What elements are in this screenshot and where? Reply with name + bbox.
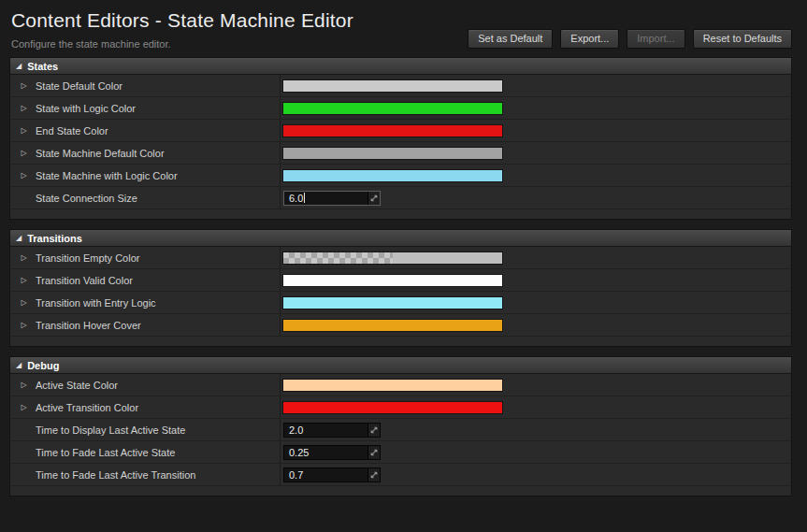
page-subtitle: Configure the state machine editor. — [11, 38, 353, 50]
section-expanded-icon: ◢ — [16, 362, 22, 369]
color-swatch-solid-half — [393, 103, 502, 114]
color-swatch-solid-half — [393, 402, 502, 413]
section-expanded-icon: ◢ — [16, 235, 22, 242]
reset-to-defaults-button[interactable]: Reset to Defaults — [693, 29, 792, 49]
color-overlay — [283, 380, 393, 391]
expander-arrow-icon[interactable]: ▷ — [19, 81, 29, 90]
color-swatch[interactable] — [283, 275, 502, 286]
text-cursor — [304, 193, 305, 203]
color-swatch-alpha-half — [283, 103, 393, 114]
color-swatch[interactable] — [283, 320, 502, 331]
property-row[interactable]: ▷ Active Transition Color — [10, 396, 791, 419]
number-input[interactable]: 6.0 — [283, 191, 381, 206]
color-overlay — [283, 320, 393, 331]
property-value-cell — [281, 247, 791, 268]
expander-arrow-icon[interactable]: ▷ — [19, 381, 29, 389]
property-row[interactable]: ▷ End State Color — [10, 120, 791, 142]
spinbox-drag-icon[interactable] — [367, 468, 380, 482]
expander-arrow-icon[interactable]: ▷ — [19, 126, 29, 135]
expander-arrow-icon[interactable]: ▷ — [19, 104, 29, 112]
settings-header: Content Editors - State Machine Editor C… — [0, 0, 807, 57]
color-swatch[interactable] — [283, 103, 502, 114]
property-value-cell: 0.7 — [281, 464, 791, 485]
property-label: Transition with Entry Logic — [36, 297, 156, 309]
color-swatch[interactable] — [283, 252, 502, 264]
property-label: State with Logic Color — [36, 103, 136, 114]
color-overlay — [283, 297, 393, 309]
property-value-cell — [281, 97, 791, 119]
color-swatch-solid-half — [393, 275, 502, 286]
section-title: Debug — [27, 360, 59, 371]
property-label: Time to Fade Last Active State — [36, 447, 175, 458]
expander-arrow-icon[interactable]: ▷ — [19, 276, 29, 284]
section-body-states: ▷ State Default Color ▷ State with Logic… — [10, 75, 791, 219]
color-swatch-alpha-half — [283, 402, 393, 413]
property-row[interactable]: ▷ State Default Color — [10, 75, 791, 97]
color-swatch-alpha-half — [283, 320, 393, 331]
color-swatch[interactable] — [283, 125, 502, 137]
color-swatch-alpha-half — [283, 275, 393, 286]
number-input[interactable]: 0.25 — [283, 445, 381, 460]
spinbox-drag-icon[interactable] — [367, 192, 380, 205]
property-row[interactable]: Time to Fade Last Active State 0.25 — [10, 441, 791, 464]
property-label-cell: ▷ State Default Color — [10, 75, 281, 96]
number-input-value: 6.0 — [284, 192, 304, 205]
property-row[interactable]: ▷ State with Logic Color — [10, 97, 791, 120]
section-header-debug[interactable]: ◢ Debug — [10, 357, 791, 374]
color-swatch[interactable] — [283, 80, 502, 92]
color-swatch-alpha-half — [283, 125, 393, 137]
export-button[interactable]: Export... — [560, 29, 619, 49]
spinbox-drag-icon[interactable] — [367, 424, 380, 437]
property-row[interactable]: ▷ Transition Hover Cover — [10, 314, 791, 337]
expander-arrow-icon[interactable]: ▷ — [19, 298, 29, 307]
property-row[interactable]: State Connection Size 6.0 — [10, 187, 791, 209]
property-value-cell — [281, 120, 791, 141]
spinbox-drag-icon[interactable] — [367, 446, 380, 459]
color-overlay — [283, 275, 393, 286]
color-overlay — [283, 170, 393, 181]
property-row[interactable]: ▷ Transition with Entry Logic — [10, 292, 791, 314]
color-swatch[interactable] — [283, 170, 502, 181]
property-row[interactable]: ▷ Active State Color — [10, 374, 791, 396]
property-label-cell: ▷ Transition Valid Color — [10, 269, 281, 291]
expander-arrow-icon[interactable]: ▷ — [19, 403, 29, 411]
property-row[interactable]: ▷ Transition Empty Color — [10, 247, 791, 269]
color-swatch-solid-half — [393, 252, 502, 264]
property-row[interactable]: ▷ State Machine with Logic Color — [10, 165, 791, 187]
expander-arrow-icon[interactable]: ▷ — [19, 171, 29, 180]
property-label-cell: ▷ Active State Color — [10, 374, 281, 395]
property-label-cell: ▷ State Machine with Logic Color — [10, 165, 281, 186]
color-swatch[interactable] — [283, 380, 502, 391]
color-swatch[interactable] — [283, 148, 502, 159]
property-row[interactable]: ▷ State Machine Default Color — [10, 142, 791, 165]
number-input[interactable]: 2.0 — [283, 423, 381, 438]
property-label: Transition Valid Color — [36, 275, 133, 286]
color-swatch-alpha-half — [283, 170, 393, 181]
expander-arrow-icon[interactable]: ▷ — [19, 253, 29, 262]
section-header-transitions[interactable]: ◢ Transitions — [10, 230, 791, 247]
import-button[interactable]: Import... — [627, 29, 685, 49]
property-label: State Connection Size — [36, 193, 137, 204]
page-title: Content Editors - State Machine Editor — [11, 9, 353, 32]
property-value-cell: 2.0 — [281, 419, 791, 440]
property-row[interactable]: Time to Fade Last Active Transition 0.7 — [10, 464, 791, 486]
property-row[interactable]: Time to Display Last Active State 2.0 — [10, 419, 791, 441]
property-label-cell: ▷ State Machine Default Color — [10, 142, 281, 164]
color-swatch-alpha-half — [283, 148, 393, 159]
property-label-cell: ▷ Transition Empty Color — [10, 247, 281, 268]
color-swatch[interactable] — [283, 297, 502, 309]
property-value-cell — [281, 374, 791, 395]
property-value-cell — [281, 165, 791, 186]
section-header-states[interactable]: ◢ States — [10, 58, 791, 75]
property-row[interactable]: ▷ Transition Valid Color — [10, 269, 791, 292]
property-label: End State Color — [36, 125, 108, 137]
property-label-cell: ▷ Transition Hover Cover — [10, 314, 281, 336]
property-label-cell: State Connection Size — [10, 187, 281, 208]
expander-arrow-icon[interactable]: ▷ — [19, 321, 29, 329]
property-value-cell — [281, 396, 791, 418]
color-swatch[interactable] — [283, 402, 502, 413]
expander-arrow-icon[interactable]: ▷ — [19, 149, 29, 157]
property-label: State Machine with Logic Color — [36, 170, 178, 181]
number-input[interactable]: 0.7 — [283, 467, 381, 482]
set-as-default-button[interactable]: Set as Default — [468, 29, 553, 49]
